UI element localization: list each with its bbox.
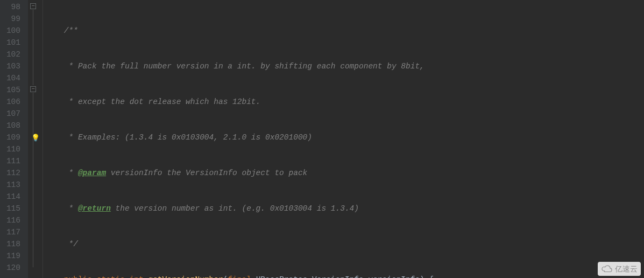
keyword: static [97,275,125,278]
cloud-icon [601,265,613,273]
line-number: 107 [0,108,20,120]
comment: * [64,204,78,213]
javadoc-tag: @param [78,169,106,177]
comment: * [64,169,78,177]
line-number: 98 [0,1,20,13]
javadoc-tag: @return [78,204,111,213]
fold-guide [33,10,33,85]
line-number: 103 [0,60,20,72]
line-number: 117 [0,226,20,238]
line-number: 115 [0,203,20,214]
code-editor[interactable]: 98 99 100 101 102 103 104 105 106 107 10… [0,0,644,278]
line-number: 105 [0,84,20,96]
intention-bulb-icon[interactable]: 💡 [31,133,40,144]
code-text-area[interactable]: /** * Pack the full number version in a … [43,0,644,278]
comment: * Pack the full number version in a int.… [64,62,424,71]
line-number: 113 [0,179,20,191]
comment: the version number as int. (e.g. 0x01030… [111,204,359,213]
fold-toggle-icon[interactable] [30,3,36,9]
line-number: 112 [0,167,20,179]
comment: * Examples: (1.3.4 is 0x0103004, 2.1.0 i… [64,133,312,142]
line-number: 100 [0,25,20,37]
watermark: 亿速云 [598,262,641,276]
line-number: 106 [0,96,20,108]
comment: /** [64,26,78,35]
comment: */ [64,240,78,248]
line-number: 101 [0,37,20,48]
line-number-gutter: 98 99 100 101 102 103 104 105 106 107 10… [0,0,28,278]
line-number: 109 [0,131,20,143]
line-number: 119 [0,250,20,262]
line-number: 99 [0,13,20,25]
line-number: 102 [0,48,20,60]
line-number: 108 [0,120,20,131]
comment: * except the dot release which has 12bit… [64,98,260,106]
line-number: 110 [0,143,20,155]
line-number: 104 [0,72,20,84]
fold-guide [33,93,33,267]
keyword: public [64,275,92,278]
line-number: 116 [0,214,20,226]
keyword: int [130,275,144,278]
line-number: 120 [0,262,20,274]
watermark-text: 亿速云 [615,263,638,275]
comment: versionInfo the VersionInfo object to pa… [106,169,307,177]
fold-toggle-icon[interactable] [30,86,36,92]
line-number: 118 [0,238,20,250]
code-text: HBaseProtos.VersionInfo versionInfo) { [256,275,434,278]
line-number: 114 [0,191,20,203]
fold-column[interactable]: 💡 [28,0,43,278]
line-number: 111 [0,155,20,167]
keyword: final [228,275,251,278]
method-name: getVersionNumber [148,275,223,278]
